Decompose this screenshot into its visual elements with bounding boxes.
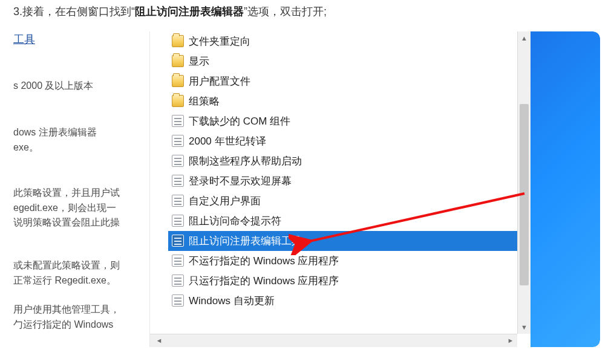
horizontal-scrollbar[interactable]: ► — [168, 334, 517, 347]
vertical-scroll-thumb[interactable] — [520, 104, 529, 285]
instruction-suffix: ”选项，双击打开; — [244, 5, 327, 18]
policy-item-label: 组策略 — [189, 94, 220, 108]
policy-setting-icon — [172, 294, 184, 307]
policy-setting-icon — [172, 115, 184, 127]
policy-setting-icon — [172, 235, 184, 247]
policy-item[interactable]: 下载缺少的 COM 组件 — [168, 111, 531, 131]
policy-setting-icon — [172, 215, 184, 227]
policy-setting-icon — [172, 155, 184, 167]
policy-item[interactable]: 用户配置文件 — [168, 71, 531, 91]
policy-item[interactable]: 限制这些程序从帮助启动 — [168, 151, 531, 171]
instruction-paragraph: 3.接着，在右侧窗口找到“阻止访问注册表编辑器”选项，双击打开; — [0, 0, 614, 21]
scroll-up-arrow-icon[interactable]: ▲ — [518, 31, 531, 45]
policy-item[interactable]: 自定义用户界面 — [168, 191, 531, 211]
folder-icon — [172, 35, 184, 47]
scroll-down-arrow-icon[interactable]: ▼ — [518, 320, 531, 334]
vertical-scrollbar[interactable]: ▲ ▼ — [517, 31, 531, 334]
help-link-fragment[interactable]: 工具 — [13, 31, 35, 48]
policy-setting-icon — [172, 275, 184, 287]
policy-item[interactable]: 只运行指定的 Windows 应用程序 — [168, 271, 531, 291]
policy-item-label: 登录时不显示欢迎屏幕 — [189, 174, 292, 188]
policy-item[interactable]: 阻止访问命令提示符 — [168, 211, 531, 231]
policy-item-label: 不运行指定的 Windows 应用程序 — [189, 254, 339, 268]
policy-settings-list[interactable]: 文件夹重定向显示用户配置文件组策略下载缺少的 COM 组件2000 年世纪转译限… — [168, 31, 531, 334]
policy-setting-icon — [172, 195, 184, 207]
help-text-block-4: 或未配置此策略设置，则 正常运行 Regedit.exe。 — [13, 258, 120, 288]
policy-item-label: 显示 — [189, 54, 209, 68]
policy-item-label: 阻止访问命令提示符 — [189, 214, 281, 228]
policy-item-label: 阻止访问注册表编辑工具 — [189, 234, 302, 248]
help-text-block-2: dows 注册表编辑器 exe。 — [13, 125, 97, 155]
policy-item-label: 用户配置文件 — [189, 74, 250, 88]
policy-item[interactable]: 不运行指定的 Windows 应用程序 — [168, 251, 531, 271]
policy-item-selected[interactable]: 阻止访问注册表编辑工具 — [168, 231, 531, 251]
instruction-prefix: 3.接着，在右侧窗口找到“ — [13, 5, 135, 18]
help-text-block-5: 用户使用其他管理工具， 勹运行指定的 Windows — [13, 302, 120, 333]
policy-item[interactable]: 显示 — [168, 51, 531, 71]
policy-item-label: 文件夹重定向 — [189, 34, 250, 48]
screenshot-figure: 工具 s 2000 及以上版本 dows 注册表编辑器 exe。 此策略设置，并… — [13, 31, 600, 347]
folder-icon — [172, 75, 184, 87]
policy-item-label: 只运行指定的 Windows 应用程序 — [189, 274, 339, 288]
policy-settings-pane: 文件夹重定向显示用户配置文件组策略下载缺少的 COM 组件2000 年世纪转译限… — [149, 31, 531, 347]
help-description-panel: 工具 s 2000 及以上版本 dows 注册表编辑器 exe。 此策略设置，并… — [13, 31, 149, 347]
help-text-block-3: 此策略设置，并且用户试 egedit.exe，则会出现一 说明策略设置会阻止此操 — [13, 186, 120, 230]
folder-icon — [172, 95, 184, 107]
policy-item[interactable]: 2000 年世纪转译 — [168, 131, 531, 151]
policy-item[interactable]: 组策略 — [168, 91, 531, 111]
policy-item-label: 2000 年世纪转译 — [189, 134, 266, 148]
policy-item-label: 限制这些程序从帮助启动 — [189, 154, 302, 168]
instruction-bold: 阻止访问注册表编辑器 — [135, 5, 244, 18]
policy-setting-icon — [172, 255, 184, 267]
scroll-left-arrow-icon[interactable]: ◄ — [150, 334, 168, 347]
policy-item-label: 下载缺少的 COM 组件 — [189, 114, 290, 128]
policy-item-label: Windows 自动更新 — [189, 294, 275, 308]
policy-item[interactable]: 登录时不显示欢迎屏幕 — [168, 171, 531, 191]
policy-setting-icon — [172, 175, 184, 187]
help-text-block-1: s 2000 及以上版本 — [13, 79, 93, 94]
policy-item[interactable]: Windows 自动更新 — [168, 291, 531, 311]
scroll-right-arrow-icon[interactable]: ► — [504, 334, 517, 347]
policy-setting-icon — [172, 135, 184, 147]
folder-icon — [172, 55, 184, 67]
policy-item[interactable]: 文件夹重定向 — [168, 31, 531, 51]
policy-item-label: 自定义用户界面 — [189, 194, 261, 208]
